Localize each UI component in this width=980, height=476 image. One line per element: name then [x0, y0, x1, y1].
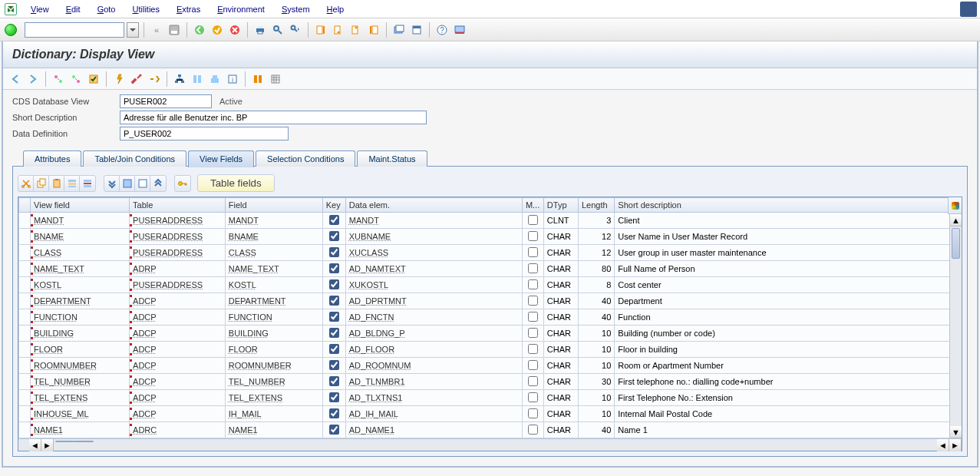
table-row[interactable]: NAME1ADRCNAME1AD_NAME1CHAR40Name 1: [19, 422, 962, 438]
cell-table[interactable]: ADCP: [130, 375, 225, 388]
m-checkbox[interactable]: [528, 425, 538, 435]
cell-viewfield[interactable]: DEPARTMENT: [31, 295, 129, 307]
cell-field[interactable]: NAME1: [226, 424, 322, 436]
row-selector[interactable]: [19, 326, 31, 342]
cell-dataelem[interactable]: XUKOSTL: [346, 279, 522, 291]
cell-viewfield[interactable]: CLASS: [31, 246, 129, 259]
cell-m[interactable]: [522, 326, 543, 342]
col-dataelem[interactable]: Data elem.: [345, 198, 522, 213]
m-checkbox[interactable]: [528, 328, 538, 338]
check-icon[interactable]: [86, 71, 101, 87]
cell-viewfield[interactable]: ROOMNUMBER: [31, 359, 129, 372]
command-dropdown-icon[interactable]: [127, 22, 139, 38]
menu-view[interactable]: View: [23, 2, 57, 16]
cell-table[interactable]: PUSERADDRESS: [130, 230, 225, 243]
cell-key[interactable]: [322, 358, 345, 374]
key-checkbox[interactable]: [329, 392, 339, 402]
col-key[interactable]: Key: [322, 198, 345, 213]
cell-m[interactable]: [522, 422, 543, 438]
other-object-icon[interactable]: [68, 71, 84, 87]
key-checkbox[interactable]: [329, 231, 339, 241]
first-page-icon[interactable]: [313, 22, 328, 38]
shortcut-icon[interactable]: [409, 22, 424, 38]
row-selector[interactable]: [19, 374, 31, 390]
delete-row-icon[interactable]: [80, 176, 95, 191]
cell-m[interactable]: [522, 309, 543, 326]
cut-icon[interactable]: [18, 176, 34, 191]
menu-utilities[interactable]: Utilities: [124, 2, 167, 16]
m-checkbox[interactable]: [528, 360, 538, 370]
cell-field[interactable]: DEPARTMENT: [226, 295, 322, 307]
layout-icon[interactable]: [452, 22, 467, 38]
new-session-icon[interactable]: [391, 22, 407, 38]
row-selector[interactable]: [19, 213, 31, 229]
col-dtyp[interactable]: DTyp: [543, 198, 578, 213]
cell-table[interactable]: ADCP: [130, 327, 225, 339]
cell-m[interactable]: [522, 293, 543, 309]
cell-key[interactable]: [322, 309, 345, 326]
where-used-icon[interactable]: [129, 71, 144, 87]
m-checkbox[interactable]: [528, 392, 538, 402]
row-selector[interactable]: [19, 245, 31, 261]
cell-viewfield[interactable]: BNAME: [31, 230, 129, 243]
cell-viewfield[interactable]: FUNCTION: [31, 311, 129, 323]
vscroll-thumb[interactable]: [952, 228, 960, 259]
table-row[interactable]: FUNCTIONADCPFUNCTIONAD_FNCTNCHAR40Functi…: [19, 309, 962, 326]
cell-key[interactable]: [322, 293, 345, 309]
back-icon[interactable]: [192, 22, 207, 38]
row-selector[interactable]: [19, 422, 31, 438]
col-field[interactable]: Field: [225, 198, 322, 213]
cell-table[interactable]: PUSERADDRESS: [130, 246, 225, 259]
cell-field[interactable]: FUNCTION: [226, 311, 322, 323]
table-row[interactable]: DEPARTMENTADCPDEPARTMENTAD_DPRTMNTCHAR40…: [19, 293, 962, 309]
cell-m[interactable]: [522, 342, 543, 358]
cell-viewfield[interactable]: KOSTL: [31, 279, 129, 291]
copy-icon[interactable]: [34, 176, 49, 191]
menu-environment[interactable]: Environment: [210, 2, 272, 16]
collapse-all-icon[interactable]: [150, 176, 166, 191]
m-checkbox[interactable]: [528, 296, 538, 306]
tab-selection-cond[interactable]: Selection Conditions: [256, 150, 355, 167]
cell-viewfield[interactable]: TEL_EXTENS: [31, 392, 129, 404]
input-data-def[interactable]: [120, 127, 289, 140]
paste-icon[interactable]: [49, 176, 64, 191]
row-selector[interactable]: [19, 229, 31, 245]
table-row[interactable]: TEL_EXTENSADCPTEL_EXTENSAD_TLXTNS1CHAR10…: [19, 390, 962, 406]
cell-viewfield[interactable]: BUILDING: [31, 327, 129, 339]
cell-m[interactable]: [522, 229, 543, 245]
row-selector[interactable]: [19, 342, 31, 358]
next-page-icon[interactable]: [348, 22, 364, 38]
documentation-icon[interactable]: i: [225, 71, 240, 87]
table-fields-button[interactable]: Table fields: [197, 174, 275, 192]
col-rowsel[interactable]: [19, 198, 31, 213]
m-checkbox[interactable]: [528, 279, 538, 289]
cell-m[interactable]: [522, 406, 543, 422]
hscroll-right-icon[interactable]: ►: [41, 439, 54, 451]
print-icon[interactable]: [252, 22, 268, 38]
key-checkbox[interactable]: [329, 328, 339, 338]
input-short-desc[interactable]: [120, 111, 427, 124]
append-icon[interactable]: [190, 71, 205, 87]
key-checkbox[interactable]: [329, 344, 339, 354]
cell-key[interactable]: [322, 245, 345, 261]
chevron-left-icon[interactable]: «: [149, 22, 164, 38]
cell-key[interactable]: [322, 326, 345, 342]
expand-all-icon[interactable]: [104, 176, 120, 191]
display-change-icon[interactable]: [51, 71, 66, 87]
table-row[interactable]: ROOMNUMBERADCPROOMNUMBERAD_ROOMNUMCHAR10…: [19, 358, 962, 374]
window-control-icon[interactable]: [960, 2, 977, 17]
tab-maint-status[interactable]: Maint.Status: [357, 150, 427, 167]
arrow-right-icon[interactable]: [25, 71, 41, 87]
m-checkbox[interactable]: [528, 231, 538, 241]
technical-settings-icon[interactable]: [268, 71, 283, 87]
cell-viewfield[interactable]: TEL_NUMBER: [31, 375, 129, 388]
cell-dataelem[interactable]: MANDT: [346, 214, 522, 226]
cell-dataelem[interactable]: AD_NAME1: [346, 424, 522, 436]
col-table[interactable]: Table: [130, 198, 226, 213]
menu-help[interactable]: Help: [319, 2, 352, 16]
cell-dataelem[interactable]: AD_DPRTMNT: [346, 295, 522, 307]
cell-table[interactable]: PUSERADDRESS: [130, 214, 225, 226]
cell-key[interactable]: [322, 406, 345, 422]
cell-table[interactable]: ADRC: [130, 424, 225, 436]
table-row[interactable]: CLASSPUSERADDRESSCLASSXUCLASSCHAR12User …: [19, 245, 962, 261]
